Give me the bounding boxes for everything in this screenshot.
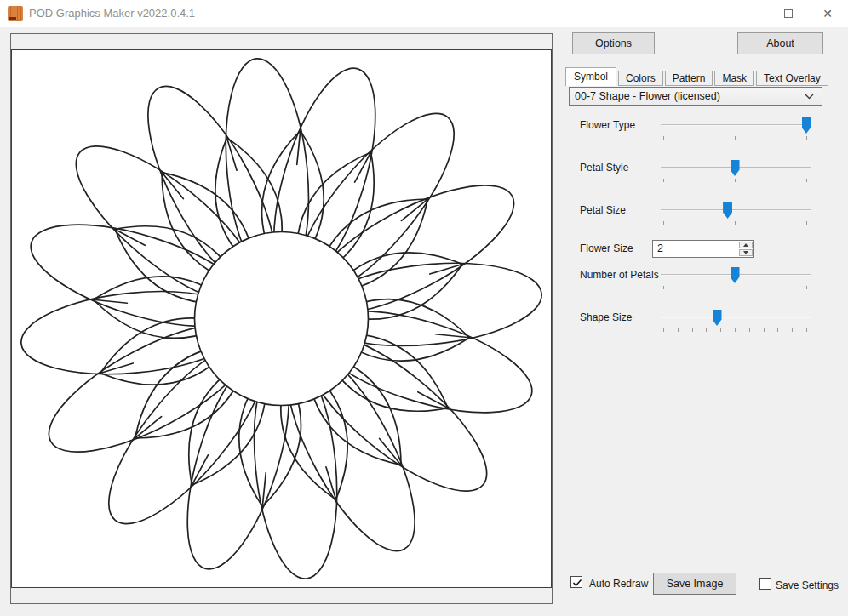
flower-size-input[interactable]: 2 [652,240,754,258]
tab-symbol[interactable]: Symbol [565,67,616,86]
tab-colors[interactable]: Colors [618,71,663,86]
petal-size-label: Petal Size [580,204,626,216]
flower-type-slider-track[interactable] [661,124,811,126]
shape-select-value: 00-7 Shape - Flower (licensed) [570,90,805,102]
slider-tick [806,179,807,182]
slider-tick [663,286,664,289]
number-of-petals-label: Number of Petals [580,269,659,281]
number-of-petals-slider-thumb[interactable] [731,267,740,283]
slider-tick [806,328,807,332]
window-title: POD Graphics Maker v2022.0.4.1 [29,0,195,27]
slider-tick [692,328,693,332]
petal-style-slider-thumb[interactable] [731,160,740,176]
title-bar: POD Graphics Maker v2022.0.4.1 ✕ [0,0,848,27]
options-button[interactable]: Options [572,32,655,54]
slider-tick [678,328,679,332]
slider-tick [806,286,807,289]
flower-type-slider-thumb[interactable] [802,117,811,134]
flower-size-spinner [739,242,753,256]
app-window: POD Graphics Maker v2022.0.4.1 ✕ Options… [0,0,848,616]
app-icon [8,6,23,21]
slider-tick [792,328,793,332]
slider-tick [735,179,736,182]
auto-redraw-label: Auto Redraw [589,578,648,590]
slider-row-shape-size: Shape Size [565,307,821,346]
shape-size-slider-track[interactable] [661,317,811,318]
checkmark-icon [571,577,583,589]
slider-tick [777,328,778,332]
flower-type-label: Flower Type [580,119,635,131]
petal-style-label: Petal Style [580,162,628,174]
close-button[interactable]: ✕ [808,0,847,27]
slider-row-petal-size: Petal Size [565,200,821,239]
minimize-button[interactable] [730,0,769,27]
flower-size-label: Flower Size [580,242,633,254]
slider-tick [806,136,807,140]
slider-row-flower-type: Flower Type [565,115,821,154]
slider-tick [735,221,736,225]
slider-tick [706,328,707,332]
petal-size-slider-track[interactable] [661,209,811,211]
maximize-button[interactable] [769,0,808,27]
slider-tick [663,221,664,225]
shape-size-slider-thumb[interactable] [713,310,722,326]
flower-size-value: 2 [657,242,663,254]
slider-tick [764,328,765,332]
slider-tick [735,136,736,140]
flower-preview-image [11,49,552,588]
minimize-icon [745,14,754,14]
shape-size-label: Shape Size [580,311,632,323]
slider-tick [663,328,664,332]
maximize-icon [784,9,793,18]
petal-size-slider-thumb[interactable] [723,202,732,219]
chevron-down-icon [805,94,822,100]
slider-tick [749,328,750,332]
slider-tick [663,136,664,140]
spin-down-button[interactable] [739,249,753,256]
tab-mask[interactable]: Mask [714,71,754,86]
flower-drawing [12,50,551,587]
slider-tick [720,328,721,332]
arrow-up-icon [743,243,748,247]
save-settings-label: Save Settings [776,579,839,591]
arrow-down-icon [743,251,748,254]
canvas-panel [10,33,553,604]
spin-up-button[interactable] [739,242,753,248]
slider-row-number-of-petals: Number of Petals [565,265,821,304]
slider-row-petal-style: Petal Style [565,157,821,197]
slider-tick [806,221,807,225]
tab-strip: SymbolColorsPatternMaskText Overlay [565,67,830,86]
shape-select[interactable]: 00-7 Shape - Flower (licensed) [569,87,822,106]
tab-pattern[interactable]: Pattern [665,71,713,86]
slider-tick [735,328,736,332]
auto-redraw-checkbox[interactable] [570,576,582,588]
close-icon: ✕ [822,8,833,20]
about-button[interactable]: About [737,32,823,54]
tab-text-overlay[interactable]: Text Overlay [756,71,828,86]
save-settings-checkbox[interactable] [759,578,771,590]
slider-tick [663,179,664,182]
save-image-button[interactable]: Save Image [653,573,736,595]
